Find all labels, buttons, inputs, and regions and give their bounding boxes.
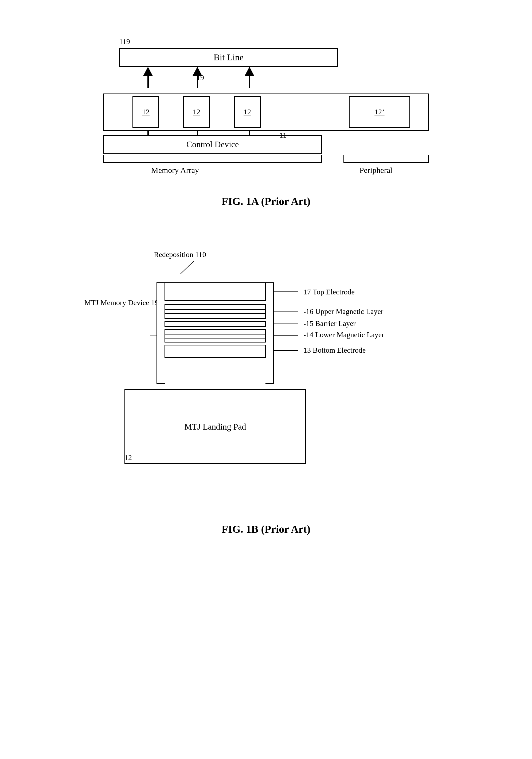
cell-3-label: 12 bbox=[244, 108, 251, 116]
arrow-up-3 bbox=[245, 67, 254, 88]
layer-lower-magnetic bbox=[165, 329, 266, 342]
cell-2: 12 bbox=[183, 96, 210, 128]
fig1b-caption: FIG. 1B (Prior Art) bbox=[222, 523, 311, 536]
fig1b-diagram: Redeposition 110 bbox=[79, 234, 453, 515]
cell-1-label: 12 bbox=[142, 108, 150, 116]
layer-barrier bbox=[165, 321, 266, 327]
bit-line-box: Bit Line bbox=[119, 48, 338, 67]
mtj-memory-device-label: MTJ Memory Device 19 bbox=[84, 299, 159, 307]
layer-upper-magnetic bbox=[165, 304, 266, 319]
label-13: 13 Bottom Electrode bbox=[303, 346, 365, 354]
label-15: -15 Barrier Layer bbox=[303, 319, 356, 328]
mtj-landing-pad: MTJ Landing Pad bbox=[125, 389, 306, 464]
cell-4-prime: 12’ bbox=[349, 96, 410, 128]
cell-3: 12 bbox=[234, 96, 261, 128]
landing-pad-label: MTJ Landing Pad bbox=[184, 422, 246, 432]
redeposition-label: Redeposition 110 bbox=[154, 250, 206, 259]
bracket-memory bbox=[103, 155, 322, 163]
control-device-label: Control Device bbox=[186, 140, 239, 149]
fig1b-container: Redeposition 110 bbox=[21, 229, 511, 536]
fig1a-container: 119 Bit Line 19 bbox=[21, 27, 511, 208]
bit-line-label: Bit Line bbox=[214, 52, 244, 62]
label-14: -14 Lower Magnetic Layer bbox=[303, 331, 384, 339]
cell-1: 12 bbox=[133, 96, 159, 128]
label-11: 11 bbox=[279, 131, 286, 140]
bracket-peripheral bbox=[343, 155, 429, 163]
memory-array-text: Memory Array bbox=[151, 166, 199, 175]
fig1a-diagram: 119 Bit Line 19 bbox=[93, 32, 439, 187]
layer-bottom-electrode bbox=[165, 345, 266, 358]
layer-top-electrode bbox=[165, 282, 266, 301]
peripheral-text: Peripheral bbox=[360, 166, 392, 175]
fig1a-caption: FIG. 1A (Prior Art) bbox=[222, 195, 311, 208]
redeposition-right bbox=[265, 282, 274, 384]
page-container: 119 Bit Line 19 bbox=[0, 0, 532, 759]
arrow-up-1 bbox=[143, 67, 153, 88]
label-119: 119 bbox=[119, 37, 130, 46]
redeposition-left bbox=[157, 282, 165, 384]
label-17: 17 Top Electrode bbox=[303, 288, 355, 296]
label-12-bottom: 12 bbox=[125, 453, 132, 462]
svg-line-0 bbox=[180, 261, 194, 274]
cell-2-label: 12 bbox=[193, 108, 200, 116]
cell-4-label: 12’ bbox=[374, 108, 384, 116]
label-16: -16 Upper Magnetic Layer bbox=[303, 307, 383, 316]
label-19-fig1a: 19 bbox=[197, 73, 204, 82]
control-device-box: Control Device bbox=[103, 135, 322, 154]
